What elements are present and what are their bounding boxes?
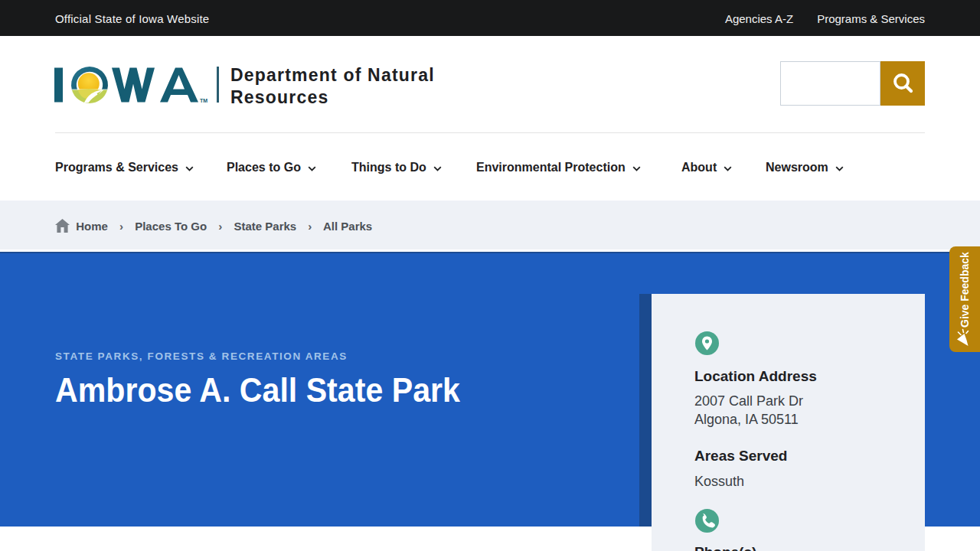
svg-text:TM: TM [200, 98, 207, 103]
